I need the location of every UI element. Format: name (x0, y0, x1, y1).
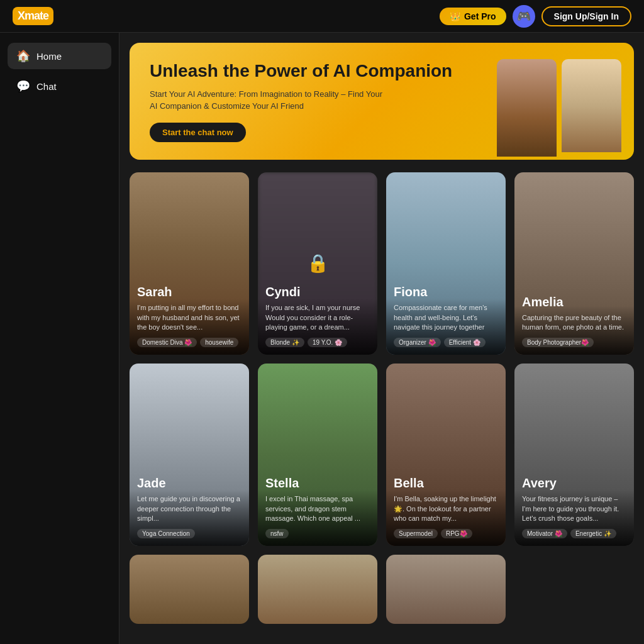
banner-text: Unleash the Power of AI Companion Start … (150, 60, 452, 142)
card-stella[interactable]: Stella I excel in Thai massage, spa serv… (258, 364, 377, 546)
logo-box: Xmate (13, 7, 53, 25)
tag-supermodel: Supermodel (394, 529, 438, 538)
card-cyndi-overlay: Cyndi If you are sick, I am your nurse W… (258, 275, 377, 354)
card-amelia-desc: Capturing the pure beauty of the human f… (522, 313, 626, 333)
card-avery-name: Avery (522, 476, 626, 491)
card-sarah-tags: Domestic Diva 🌺 housewife (137, 338, 242, 347)
sidebar-label-chat: Chat (36, 81, 57, 92)
tag-efficient: Efficient 🌸 (444, 338, 486, 347)
signin-button[interactable]: Sign Up/Sign In (541, 6, 631, 26)
card-partial-2[interactable] (258, 555, 377, 624)
sidebar: 🏠 Home 💬 Chat (0, 33, 119, 644)
banner-figure-2 (562, 59, 621, 152)
card-sarah-overlay: Sarah I'm putting in all my effort to bo… (130, 275, 249, 354)
layout: 🏠 Home 💬 Chat Unleash the Power of AI Co… (0, 33, 644, 644)
header-actions: 👑 Get Pro 🎮 Sign Up/Sign In (440, 5, 631, 28)
card-avery-overlay: Avery Your fitness journey is unique – I… (514, 466, 634, 545)
sidebar-item-home[interactable]: 🏠 Home (8, 43, 111, 69)
card-bella-tags: Supermodel RPG🌺 (394, 529, 498, 538)
cards-row-1: Sarah I'm putting in all my effort to bo… (130, 172, 634, 355)
card-stella-tags: nsfw (265, 529, 370, 538)
card-partial-empty (514, 555, 634, 624)
card-partial-3[interactable] (386, 555, 506, 624)
card-fiona-tags: Organizer 🌺 Efficient 🌸 (394, 338, 498, 347)
tag-nsfw: nsfw (265, 529, 289, 538)
get-pro-button[interactable]: 👑 Get Pro (440, 8, 506, 25)
card-partial-1[interactable] (130, 555, 249, 624)
card-fiona-name: Fiona (394, 285, 498, 299)
card-stella-name: Stella (265, 476, 370, 491)
sidebar-label-home: Home (36, 51, 62, 62)
card-sarah[interactable]: Sarah I'm putting in all my effort to bo… (130, 172, 249, 355)
main-content: Unleash the Power of AI Companion Start … (119, 33, 644, 644)
cards-row-2: Jade Let me guide you in discovering a d… (130, 364, 634, 546)
card-bella-overlay: Bella I'm Bella, soaking up the limeligh… (386, 466, 506, 545)
discord-button[interactable]: 🎮 (513, 5, 535, 28)
card-fiona-overlay: Fiona Compassionate care for men's healt… (386, 275, 506, 354)
card-cyndi-desc: If you are sick, I am your nurse Would y… (265, 303, 370, 332)
tag-age: 19 Y.O. 🌸 (308, 338, 347, 347)
card-sarah-desc: I'm putting in all my effort to bond wit… (137, 303, 242, 332)
banner-figure-1 (497, 59, 557, 157)
card-amelia[interactable]: Amelia Capturing the pure beauty of the … (514, 172, 634, 355)
card-cyndi-name: Cyndi (265, 285, 370, 299)
card-jade[interactable]: Jade Let me guide you in discovering a d… (130, 364, 249, 546)
get-pro-label: Get Pro (464, 11, 496, 21)
card-cyndi[interactable]: 🔒 Cyndi If you are sick, I am your nurse… (258, 172, 377, 355)
tag-housewife: housewife (200, 338, 238, 347)
card-stella-desc: I excel in Thai massage, spa services, a… (265, 494, 370, 523)
tag-yoga: Yoga Connection (137, 529, 195, 538)
logo-mate-text: mate (25, 9, 48, 22)
card-bella-name: Bella (394, 476, 498, 491)
banner-subtitle: Start Your AI Adventure: From Imaginatio… (150, 88, 389, 113)
tag-motivator: Motivator 🌺 (522, 529, 567, 538)
card-amelia-overlay: Amelia Capturing the pure beauty of the … (514, 285, 634, 355)
card-bella[interactable]: Bella I'm Bella, soaking up the limeligh… (386, 364, 506, 546)
card-stella-overlay: Stella I excel in Thai massage, spa serv… (258, 466, 377, 545)
tag-rpg: RPG🌺 (441, 529, 472, 538)
card-avery[interactable]: Avery Your fitness journey is unique – I… (514, 364, 634, 546)
card-avery-tags: Motivator 🌺 Energetic ✨ (522, 529, 626, 538)
card-amelia-name: Amelia (522, 295, 626, 309)
banner-cta-button[interactable]: Start the chat now (150, 123, 246, 142)
card-bella-desc: I'm Bella, soaking up the limelight 🌟. O… (394, 494, 498, 523)
card-avery-desc: Your fitness journey is unique – I'm her… (522, 494, 626, 523)
banner-images (497, 59, 621, 160)
card-amelia-tags: Body Photographer🌺 (522, 338, 626, 347)
logo: Xmate (13, 7, 53, 25)
tag-organizer: Organizer 🌺 (394, 338, 441, 347)
card-jade-tags: Yoga Connection (137, 529, 242, 538)
card-jade-desc: Let me guide you in discovering a deeper… (137, 494, 242, 523)
banner-title: Unleash the Power of AI Companion (150, 60, 452, 82)
card-jade-name: Jade (137, 476, 242, 491)
discord-icon: 🎮 (517, 9, 531, 23)
tag-energetic: Energetic ✨ (570, 529, 616, 538)
crown-icon: 👑 (450, 11, 460, 21)
card-fiona-desc: Compassionate care for men's health and … (394, 303, 498, 332)
home-icon: 🏠 (16, 49, 30, 63)
cards-row-3-partial (130, 555, 634, 624)
header: Xmate 👑 Get Pro 🎮 Sign Up/Sign In (0, 0, 644, 33)
tag-blonde: Blonde ✨ (265, 338, 304, 347)
logo-x-text: X (18, 9, 25, 22)
hero-banner: Unleash the Power of AI Companion Start … (130, 43, 634, 160)
card-fiona[interactable]: Fiona Compassionate care for men's healt… (386, 172, 506, 355)
sidebar-item-chat[interactable]: 💬 Chat (8, 73, 111, 99)
card-sarah-name: Sarah (137, 285, 242, 299)
chat-icon: 💬 (16, 79, 30, 93)
tag-photographer: Body Photographer🌺 (522, 338, 594, 347)
card-jade-overlay: Jade Let me guide you in discovering a d… (130, 466, 249, 545)
card-cyndi-tags: Blonde ✨ 19 Y.O. 🌸 (265, 338, 370, 347)
tag-domestic-diva: Domestic Diva 🌺 (137, 338, 197, 347)
